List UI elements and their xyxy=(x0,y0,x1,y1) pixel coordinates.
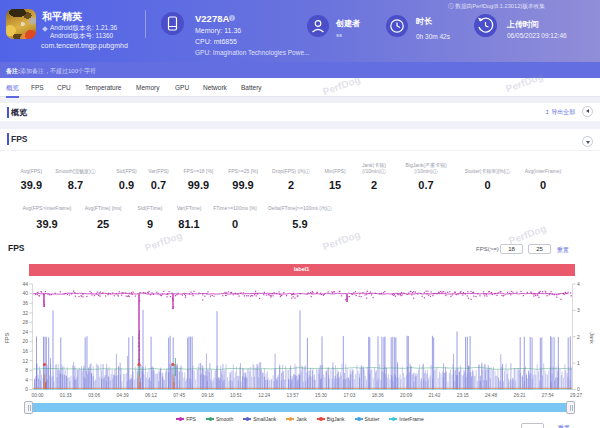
svg-text:06:12: 06:12 xyxy=(145,393,157,398)
svg-text:8: 8 xyxy=(25,367,28,373)
svg-text:21:42: 21:42 xyxy=(428,393,440,398)
svg-text:12: 12 xyxy=(22,358,28,364)
svg-text:03:06: 03:06 xyxy=(88,393,100,398)
svg-text:23:15: 23:15 xyxy=(457,393,469,398)
svg-text:2: 2 xyxy=(577,334,580,340)
svg-text:FPS: FPS xyxy=(4,332,10,343)
svg-text:20:09: 20:09 xyxy=(400,393,412,398)
svg-text:26:21: 26:21 xyxy=(513,393,525,398)
svg-text:17:03: 17:03 xyxy=(343,393,355,398)
svg-text:13:57: 13:57 xyxy=(287,393,299,398)
svg-text:07:45: 07:45 xyxy=(173,393,185,398)
svg-text:4: 4 xyxy=(25,377,28,383)
svg-text:15:30: 15:30 xyxy=(315,393,327,398)
svg-text:09:18: 09:18 xyxy=(202,393,214,398)
svg-text:40: 40 xyxy=(22,290,28,296)
svg-text:3: 3 xyxy=(577,307,580,313)
svg-text:04:39: 04:39 xyxy=(117,393,129,398)
svg-text:29:27: 29:27 xyxy=(570,393,582,398)
svg-text:0: 0 xyxy=(577,386,580,392)
svg-text:36: 36 xyxy=(22,300,28,306)
svg-text:20: 20 xyxy=(22,338,28,344)
svg-text:16: 16 xyxy=(22,348,28,354)
svg-text:32: 32 xyxy=(22,310,28,316)
svg-text:0: 0 xyxy=(25,386,28,392)
svg-text:18:36: 18:36 xyxy=(372,393,384,398)
svg-text:27:54: 27:54 xyxy=(542,393,554,398)
svg-text:4: 4 xyxy=(577,281,580,287)
svg-text:00:00: 00:00 xyxy=(31,393,43,398)
svg-text:24: 24 xyxy=(22,329,28,335)
svg-text:01:33: 01:33 xyxy=(60,393,72,398)
svg-text:10:51: 10:51 xyxy=(230,393,242,398)
svg-text:1: 1 xyxy=(577,360,580,366)
svg-text:24:48: 24:48 xyxy=(485,393,497,398)
svg-text:12:24: 12:24 xyxy=(258,393,270,398)
svg-text:28: 28 xyxy=(22,319,28,325)
svg-text:44: 44 xyxy=(22,281,28,287)
svg-text:Jank: Jank xyxy=(589,332,595,344)
